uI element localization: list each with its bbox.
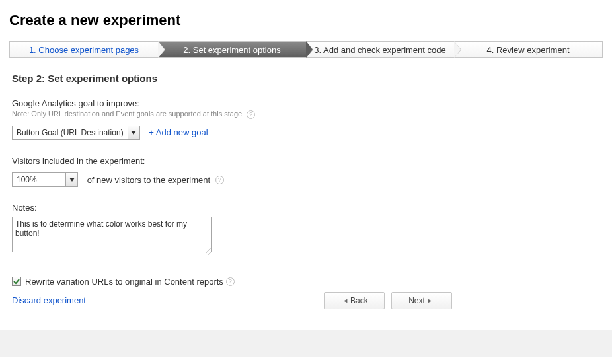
rewrite-checkbox[interactable] <box>12 277 21 286</box>
add-goal-link[interactable]: + Add new goal <box>149 127 208 137</box>
back-button[interactable]: ◄ Back <box>324 292 385 309</box>
help-icon[interactable]: ? <box>247 110 255 119</box>
step-1-label: 1. Choose experiment pages <box>29 45 139 55</box>
next-button-label: Next <box>408 296 425 305</box>
help-icon[interactable]: ? <box>226 277 235 286</box>
section-title: Step 2: Set experiment options <box>12 73 600 84</box>
page-footer-band <box>0 330 612 357</box>
goal-note: Note: Only URL destination and Event goa… <box>12 110 242 118</box>
next-button[interactable]: Next ► <box>391 292 452 309</box>
goal-select[interactable]: Button Goal (URL Destination) <box>12 126 140 140</box>
rewrite-label: Rewrite variation URLs to original in Co… <box>25 277 223 287</box>
discard-link[interactable]: Discard experiment <box>12 295 86 305</box>
step-2: 2. Set experiment options <box>158 42 306 57</box>
goal-select-value: Button Goal (URL Destination) <box>13 126 128 139</box>
arrow-right-icon: ► <box>427 297 433 304</box>
goal-label: Google Analytics goal to improve: <box>12 98 600 108</box>
check-icon <box>13 278 20 285</box>
visitors-suffix: of new visitors to the experiment <box>87 175 210 185</box>
chevron-down-icon <box>128 126 139 139</box>
chevron-down-icon <box>65 173 77 186</box>
notes-textarea[interactable] <box>12 217 212 252</box>
step-bar: 1. Choose experiment pages 2. Set experi… <box>9 41 603 58</box>
step-3-label: 3. Add and check experiment code <box>314 45 445 55</box>
step-4-label: 4. Review experiment <box>487 45 570 55</box>
step-1[interactable]: 1. Choose experiment pages <box>10 42 158 57</box>
step-3: 3. Add and check experiment code <box>306 42 454 57</box>
step-2-label: 2. Set experiment options <box>183 45 280 55</box>
notes-label: Notes: <box>12 203 600 213</box>
visitors-select[interactable]: 100% <box>12 172 78 187</box>
page-title: Create a new experiment <box>9 12 603 29</box>
step-4: 4. Review experiment <box>454 42 602 57</box>
back-button-label: Back <box>350 296 368 305</box>
help-icon[interactable]: ? <box>215 176 224 184</box>
visitors-select-value: 100% <box>13 173 65 186</box>
visitors-label: Visitors included in the experiment: <box>12 156 600 166</box>
arrow-left-icon: ◄ <box>342 297 348 304</box>
